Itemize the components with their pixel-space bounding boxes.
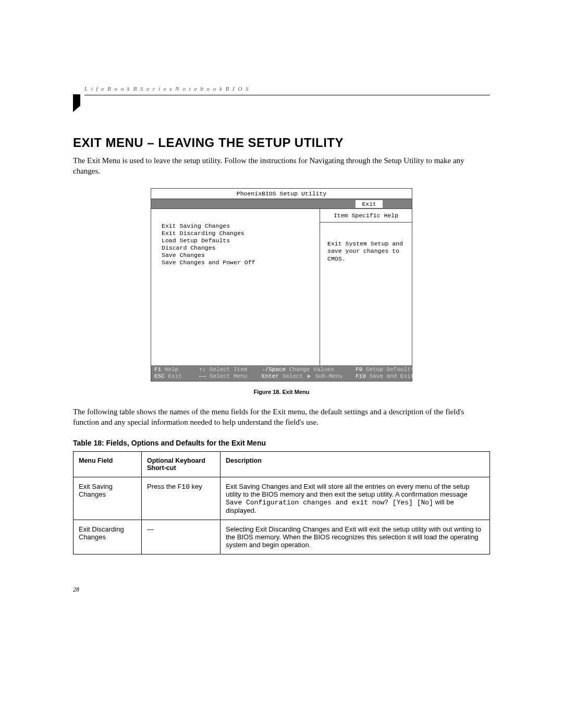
key-label: ESC (154, 373, 165, 379)
key-action: Save and Exit (369, 373, 414, 379)
key-action: Select (283, 373, 303, 379)
bios-help-body: Exit System Setup and save your changes … (320, 223, 412, 269)
table-row: Exit Discarding Changes — Selecting Exit… (74, 520, 490, 554)
bios-help-panel: Item Specific Help Exit System Setup and… (320, 209, 412, 365)
section-heading: EXIT MENU – LEAVING THE SETUP UTILITY (73, 135, 490, 150)
section-intro: The Exit Menu is used to leave the setup… (73, 155, 490, 177)
key-label: -/Space (262, 366, 286, 373)
cell-menu-field: Exit Saving Changes (74, 477, 142, 520)
bios-menu-item: Discard Changes (162, 244, 314, 251)
bios-menu-item: Exit Saving Changes (162, 223, 314, 229)
bios-menu-item: Save Changes (162, 252, 314, 258)
after-figure-text: The following table shows the names of t… (73, 406, 490, 428)
key-label: F10 (356, 373, 366, 379)
tab-marker-icon (73, 94, 81, 112)
key-action: Sub-Menu (315, 373, 342, 379)
key-label: ←→ (199, 373, 206, 379)
header-rule (84, 95, 490, 95)
cell-menu-field: Exit Discarding Changes (74, 520, 142, 554)
text: Exit Saving Changes and Exit will store … (226, 483, 470, 498)
text: — (147, 525, 154, 533)
table-header: Optional Keyboard Short-cut (142, 452, 221, 477)
text: Selecting Exit Discarding Changes and Ex… (226, 525, 481, 549)
key-label: F1 (154, 366, 161, 373)
bios-menu-list: Exit Saving Changes Exit Discarding Chan… (151, 209, 320, 365)
cell-shortcut: Press the F10 key (142, 477, 221, 520)
cell-shortcut: — (142, 520, 221, 554)
cell-description: Exit Saving Changes and Exit will store … (221, 477, 490, 520)
running-head-bar: L i f e B o o k B S e r i e s N o t e b … (73, 89, 490, 99)
bios-menubar: Exit (151, 199, 412, 208)
table-title: Table 18: Fields, Options and Defaults f… (73, 439, 490, 447)
key-action: Exit (168, 373, 181, 379)
bios-help-title: Item Specific Help (320, 209, 412, 223)
bios-footer: F1 Help ↑↓ Select Item -/Space Change Va… (151, 365, 412, 381)
key-label: Enter (262, 373, 279, 379)
key-action: Select Menu (210, 373, 248, 379)
text: Press the (147, 483, 178, 490)
key-label: ↑↓ (199, 366, 206, 373)
figure-caption: Figure 18. Exit Menu (73, 389, 490, 395)
key-label: F9 (356, 366, 362, 373)
key-action: Change Values (289, 366, 334, 373)
running-head-text: L i f e B o o k B S e r i e s N o t e b … (84, 85, 254, 92)
bios-screenshot: PhoenixBIOS Setup Utility Exit Exit Savi… (151, 188, 412, 381)
bios-active-tab: Exit (356, 200, 383, 208)
table-header: Menu Field (74, 452, 142, 477)
triangle-right-icon (308, 374, 311, 378)
table-header: Description (221, 452, 490, 477)
bios-menu-item: Exit Discarding Changes (162, 230, 314, 237)
table-row: Exit Saving Changes Press the F10 key Ex… (74, 477, 490, 520)
bios-title: PhoenixBIOS Setup Utility (151, 189, 412, 199)
bios-menu-item: Load Setup Defaults (162, 237, 314, 244)
key-action: Help (165, 366, 178, 373)
key-mono: F10 (178, 483, 190, 491)
fields-table: Menu Field Optional Keyboard Short-cut D… (73, 451, 490, 554)
page-number: 28 (73, 586, 490, 594)
mono-text: Save Configuration changes and exit now?… (226, 499, 433, 507)
key-action: Setup Defaults (366, 366, 414, 373)
key-action: Select Item (210, 366, 248, 373)
cell-description: Selecting Exit Discarding Changes and Ex… (221, 520, 490, 554)
text: key (190, 483, 202, 490)
bios-menu-item: Save Changes and Power Off (162, 259, 314, 266)
